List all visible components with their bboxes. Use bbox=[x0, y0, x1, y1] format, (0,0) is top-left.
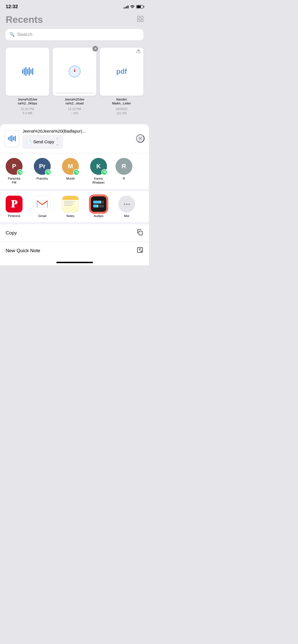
status-time: 12:32 bbox=[6, 4, 18, 10]
close-badge[interactable]: ✕ bbox=[92, 46, 98, 52]
apps-row: 𝐏 Pinterest Gmail bbox=[0, 191, 149, 224]
app-name-audipo: Audipo bbox=[94, 214, 103, 218]
file-card-safari[interactable]: ✕ bbox=[53, 48, 96, 96]
download-progress-bar bbox=[55, 93, 94, 93]
quick-note-icon bbox=[137, 247, 143, 255]
contact-item[interactable]: K KannuBhaijaan bbox=[84, 158, 113, 185]
home-bar bbox=[56, 262, 93, 263]
file-card-audio[interactable] bbox=[6, 48, 49, 96]
share-waveform-icon bbox=[8, 135, 16, 142]
file-meta: 12:19 PM↓ 0% bbox=[68, 107, 81, 116]
svg-rect-3 bbox=[141, 19, 143, 22]
contact-avatar: P bbox=[6, 158, 23, 175]
gmail-app-icon[interactable] bbox=[34, 196, 51, 213]
more-options-icon[interactable] bbox=[118, 196, 135, 213]
chevron-up-down-icon: ⌃⌄ bbox=[56, 137, 59, 146]
share-filename: Jeena%20Jeena%20(Badlapur)... bbox=[23, 129, 133, 133]
app-item-pinterest[interactable]: 𝐏 Pinterest bbox=[0, 196, 28, 218]
whatsapp-badge-icon bbox=[101, 169, 108, 175]
new-quick-note-label: New Quick Note bbox=[6, 248, 40, 254]
cloud-upload-icon bbox=[136, 49, 141, 54]
svg-rect-0 bbox=[137, 16, 140, 18]
contact-item[interactable]: P ParamitaFM bbox=[0, 158, 28, 185]
battery-icon bbox=[136, 5, 143, 8]
pdf-icon: pdf bbox=[116, 68, 127, 75]
page-title: Recents bbox=[6, 14, 43, 25]
app-item-more[interactable]: Mor bbox=[113, 196, 141, 218]
share-sheet: Jeena%20Jeena%20(Badlapur)... 📄 Send Cop… bbox=[0, 124, 149, 266]
contact-name: Pranshu bbox=[37, 176, 48, 180]
app-name-gmail: Gmail bbox=[38, 214, 46, 218]
contact-avatar: R bbox=[115, 158, 132, 175]
notes-app-icon[interactable] bbox=[62, 196, 79, 213]
contact-item[interactable]: R R bbox=[113, 158, 135, 185]
copy-label: Copy bbox=[6, 230, 17, 236]
new-quick-note-action-row[interactable]: New Quick Note bbox=[0, 242, 149, 260]
file-name: Jeena%20Jeena%2...0Kbps bbox=[18, 97, 37, 106]
app-name-more: Mor bbox=[124, 214, 130, 218]
contact-avatar: Pr bbox=[34, 158, 51, 175]
contacts-row: P ParamitaFM Pr Pranshu bbox=[0, 153, 149, 191]
pinterest-app-icon[interactable]: 𝐏 bbox=[6, 196, 23, 213]
status-icons bbox=[123, 5, 143, 9]
safari-icon bbox=[68, 65, 81, 78]
copy-icon bbox=[137, 229, 143, 237]
app-item-notes[interactable]: Notes bbox=[56, 196, 84, 218]
contact-avatar: M bbox=[62, 158, 79, 175]
svg-rect-1 bbox=[141, 16, 143, 18]
file-item-audio[interactable]: Jeena%20Jeena%2...0Kbps 12:31 PM9.2 MB bbox=[6, 48, 49, 116]
app-item-audipo[interactable]: Audipo bbox=[84, 196, 113, 218]
audio-waveform-icon bbox=[22, 67, 33, 76]
file-meta: 14/09/22121 KB bbox=[115, 107, 128, 116]
search-container: 🔍 Search bbox=[0, 28, 149, 45]
copy-action-row[interactable]: Copy bbox=[0, 224, 149, 242]
files-grid: Jeena%20Jeena%2...0Kbps 12:31 PM9.2 MB ✕ bbox=[0, 45, 149, 121]
contact-name: ParamitaFM bbox=[8, 176, 20, 185]
file-name: NandiniMaikh...Letter bbox=[112, 97, 131, 106]
signal-icon bbox=[123, 5, 128, 8]
avatar-circle: R bbox=[115, 158, 132, 175]
svg-point-10 bbox=[74, 71, 75, 72]
file-doc-icon: 📄 bbox=[26, 139, 32, 144]
grid-view-icon[interactable] bbox=[137, 16, 143, 23]
app-name-pinterest: Pinterest bbox=[8, 214, 20, 218]
action-rows: Copy New Quick Note bbox=[0, 224, 149, 260]
whatsapp-badge-icon bbox=[73, 169, 79, 175]
file-item-safari[interactable]: ✕ Jeena%20Je bbox=[53, 48, 96, 116]
contact-name: R bbox=[123, 176, 125, 180]
header: Recents bbox=[0, 12, 149, 28]
file-name: Jeena%20Jeena%2...nload bbox=[65, 97, 84, 106]
close-icon: ✕ bbox=[139, 136, 142, 141]
svg-rect-2 bbox=[137, 19, 140, 22]
search-input[interactable]: Search bbox=[17, 32, 32, 37]
contact-item[interactable]: M Mootii bbox=[56, 158, 84, 185]
search-icon: 🔍 bbox=[10, 32, 15, 37]
status-bar: 12:32 bbox=[0, 0, 149, 12]
contact-item[interactable]: Pr Pranshu bbox=[28, 158, 56, 185]
svg-rect-14 bbox=[139, 231, 142, 235]
share-file-icon bbox=[5, 130, 19, 147]
contact-avatar: K bbox=[90, 158, 107, 175]
file-card-pdf[interactable]: pdf bbox=[100, 48, 143, 96]
whatsapp-badge-icon bbox=[17, 169, 23, 175]
share-info: Jeena%20Jeena%20(Badlapur)... 📄 Send Cop… bbox=[23, 129, 133, 149]
send-copy-button[interactable]: 📄 Send Copy ⌃⌄ bbox=[23, 135, 63, 149]
audipo-app-icon-wrapper bbox=[90, 196, 107, 213]
contact-name: Mootii bbox=[66, 176, 74, 180]
home-indicator bbox=[0, 260, 149, 265]
wifi-icon bbox=[130, 5, 135, 9]
file-item-pdf[interactable]: pdf NandiniMaikh...Letter 14/09/22121 KB bbox=[100, 48, 143, 116]
file-meta: 12:31 PM9.2 MB bbox=[21, 107, 34, 116]
app-item-gmail[interactable]: Gmail bbox=[28, 196, 56, 218]
whatsapp-badge-icon bbox=[45, 169, 51, 175]
share-close-button[interactable]: ✕ bbox=[136, 134, 144, 143]
contact-name: KannuBhaijaan bbox=[93, 176, 105, 185]
send-copy-label: Send Copy bbox=[33, 139, 54, 144]
share-header: Jeena%20Jeena%20(Badlapur)... 📄 Send Cop… bbox=[0, 124, 149, 153]
app-name-notes: Notes bbox=[66, 214, 75, 218]
search-bar[interactable]: 🔍 Search bbox=[6, 29, 143, 40]
